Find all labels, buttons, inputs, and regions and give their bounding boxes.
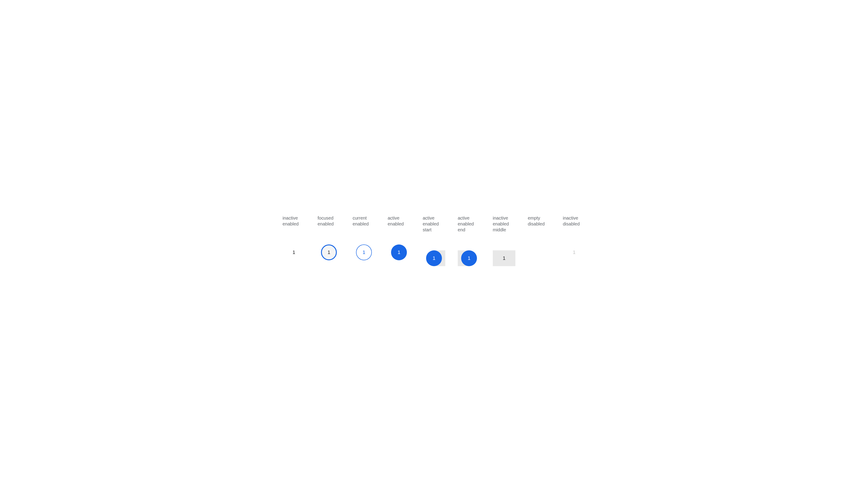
day-cell-wrapper: 1	[283, 244, 305, 260]
state-column-active-enabled-end: active enabled end1	[458, 215, 480, 266]
state-column-focused-enabled: focused enabled1	[318, 215, 340, 266]
day-cell-current-enabled[interactable]: 1	[356, 244, 372, 260]
day-cell-wrapper: 1	[423, 250, 445, 266]
day-cell-wrapper	[528, 244, 550, 260]
state-column-current-enabled: current enabled1	[352, 215, 375, 266]
state-column-active-enabled: active enabled1	[388, 215, 410, 266]
day-cell-inactive-disabled: 1	[566, 244, 582, 260]
day-cell-active-enabled[interactable]: 1	[391, 244, 407, 260]
state-label: active enabled	[388, 215, 404, 227]
state-label: active enabled end	[458, 215, 474, 233]
state-column-active-enabled-start: active enabled start1	[423, 215, 445, 266]
state-column-inactive-enabled: inactive enabled1	[283, 215, 305, 266]
day-cell-inactive-enabled-middle-middle[interactable]: 1	[496, 250, 512, 266]
state-label: inactive enabled middle	[493, 215, 509, 233]
state-label: focused enabled	[318, 215, 334, 227]
state-label: current enabled	[352, 215, 369, 227]
day-cell-wrapper: 1	[352, 244, 375, 260]
state-column-empty-disabled: empty disabled	[528, 215, 550, 266]
state-column-inactive-disabled: inactive disabled1	[563, 215, 585, 266]
day-cell-active-enabled-start[interactable]: 1	[426, 250, 442, 266]
state-label: active enabled start	[423, 215, 439, 233]
day-cell-wrapper: 1	[563, 244, 585, 260]
state-label: empty disabled	[528, 215, 545, 227]
day-cell-wrapper: 1	[458, 250, 480, 266]
day-cell-wrapper: 1	[388, 244, 410, 260]
day-cell-active-enabled-end[interactable]: 1	[461, 250, 477, 266]
state-label: inactive enabled	[283, 215, 299, 227]
day-cell-wrapper: 1	[493, 250, 515, 266]
day-cell-inactive-enabled[interactable]: 1	[286, 244, 302, 260]
day-cell-focused-enabled[interactable]: 1	[321, 244, 337, 260]
day-states-showcase: inactive enabled1focused enabled1current…	[274, 215, 594, 266]
state-label: inactive disabled	[563, 215, 580, 227]
day-cell-wrapper: 1	[318, 244, 340, 260]
state-column-inactive-enabled-middle-middle: inactive enabled middle1	[493, 215, 515, 266]
